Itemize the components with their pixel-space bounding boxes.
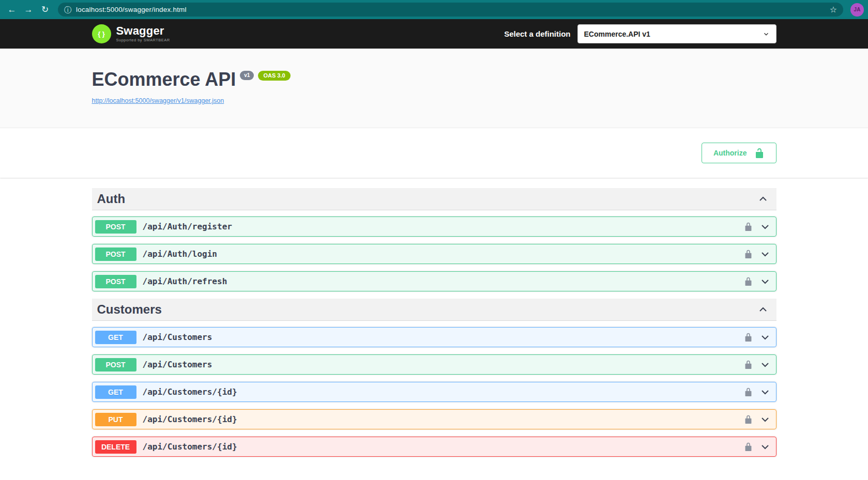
lock-icon <box>744 277 753 286</box>
api-section: Auth POST /api/Auth/register POST /api/A… <box>92 188 776 291</box>
auth-lock-button[interactable] <box>743 249 754 259</box>
auth-lock-button[interactable] <box>743 414 754 425</box>
chevron-up-icon <box>758 194 768 204</box>
method-badge: PUT <box>95 413 136 426</box>
endpoint-path: /api/Customers/{id} <box>143 442 237 452</box>
oas-badge: OAS 3.0 <box>258 71 290 81</box>
method-badge: DELETE <box>95 440 136 454</box>
endpoint-row[interactable]: POST /api/Auth/refresh <box>92 271 776 291</box>
method-badge: POST <box>95 358 136 371</box>
lock-icon <box>744 388 753 396</box>
brand-subtitle: Supported by SMARTBEAR <box>116 38 170 42</box>
swagger-logo-icon: { } <box>92 24 111 43</box>
operations: Auth POST /api/Auth/register POST /api/A… <box>92 178 776 480</box>
chevron-down-icon <box>760 360 770 370</box>
auth-lock-button[interactable] <box>743 359 754 370</box>
method-badge: GET <box>95 331 136 344</box>
lock-icon <box>744 250 753 258</box>
auth-lock-button[interactable] <box>743 441 754 452</box>
spec-url-link[interactable]: http://localhost:5000/swagger/v1/swagger… <box>92 97 224 104</box>
version-badge: v1 <box>240 71 254 80</box>
auth-lock-button[interactable] <box>743 276 754 287</box>
endpoint-list: POST /api/Auth/register POST /api/Auth/l… <box>92 216 776 291</box>
endpoint-list: GET /api/Customers POST /api/Customers G… <box>92 327 776 457</box>
swagger-logo[interactable]: { } Swagger Supported by SMARTBEAR <box>92 24 170 43</box>
section-title: Customers <box>97 302 162 317</box>
expand-endpoint-button[interactable] <box>759 275 771 288</box>
site-info-icon[interactable]: ⓘ <box>64 6 71 13</box>
chevron-down-icon <box>760 414 770 425</box>
endpoint-row[interactable]: GET /api/Customers/{id} <box>92 382 776 402</box>
profile-avatar[interactable]: JA <box>850 3 864 17</box>
endpoint-row[interactable]: GET /api/Customers <box>92 327 776 347</box>
unlock-icon <box>754 148 765 158</box>
expand-endpoint-button[interactable] <box>759 221 771 233</box>
endpoint-path: /api/Customers <box>143 360 212 369</box>
lock-icon <box>744 333 753 342</box>
authorize-button[interactable]: Authorize <box>702 143 776 163</box>
chevron-down-icon <box>760 442 770 452</box>
method-badge: POST <box>95 275 136 288</box>
bookmark-star-icon[interactable]: ☆ <box>830 5 837 14</box>
swagger-topbar: { } Swagger Supported by SMARTBEAR Selec… <box>0 19 868 49</box>
chevron-down-icon <box>760 332 770 343</box>
api-section: Customers GET /api/Customers POST /api/C… <box>92 299 776 457</box>
brand-name: Swagger <box>116 25 170 37</box>
forward-button[interactable]: → <box>21 2 36 18</box>
back-button[interactable]: ← <box>4 2 20 18</box>
endpoint-row[interactable]: POST /api/Customers <box>92 354 776 375</box>
endpoint-path: /api/Auth/refresh <box>143 276 227 286</box>
expand-endpoint-button[interactable] <box>759 413 771 426</box>
lock-icon <box>744 360 753 369</box>
endpoint-row[interactable]: POST /api/Auth/register <box>92 216 776 237</box>
endpoint-row[interactable]: PUT /api/Customers/{id} <box>92 409 776 429</box>
chevron-down-icon <box>760 222 770 232</box>
expand-endpoint-button[interactable] <box>759 248 771 260</box>
chevron-down-icon <box>760 249 770 259</box>
section-title: Auth <box>97 192 126 206</box>
api-title: ECommerce API <box>92 70 236 89</box>
expand-endpoint-button[interactable] <box>759 386 771 398</box>
refresh-icon: ↻ <box>41 4 49 15</box>
expand-endpoint-button[interactable] <box>759 359 771 371</box>
method-badge: POST <box>95 247 136 261</box>
section-header[interactable]: Auth <box>92 188 776 210</box>
scheme-container: Authorize <box>0 128 868 178</box>
collapse-section-button[interactable] <box>757 193 769 205</box>
endpoint-path: /api/Customers <box>143 332 212 342</box>
select-definition-label: Select a definition <box>504 29 570 38</box>
endpoint-path: /api/Customers/{id} <box>143 414 237 424</box>
method-badge: POST <box>95 220 136 234</box>
expand-endpoint-button[interactable] <box>759 331 771 344</box>
definition-select[interactable]: ECommerce.API v1 <box>577 24 776 43</box>
expand-endpoint-button[interactable] <box>759 441 771 453</box>
chevron-down-icon <box>760 387 770 397</box>
endpoint-path: /api/Customers/{id} <box>143 387 237 397</box>
chevron-down-icon <box>763 30 770 38</box>
method-badge: GET <box>95 385 136 399</box>
chevron-up-icon <box>758 304 768 315</box>
api-info-section: ECommerce API v1 OAS 3.0 http://localhos… <box>0 49 868 128</box>
auth-lock-button[interactable] <box>743 332 754 343</box>
back-icon: ← <box>8 5 17 15</box>
definition-picker: Select a definition ECommerce.API v1 <box>504 24 776 43</box>
definition-select-value: ECommerce.API v1 <box>584 30 650 38</box>
lock-icon <box>744 415 753 424</box>
endpoint-row[interactable]: DELETE /api/Customers/{id} <box>92 437 776 457</box>
endpoint-path: /api/Auth/login <box>143 249 218 259</box>
auth-lock-button[interactable] <box>743 386 754 397</box>
url-text: localhost:5000/swagger/index.html <box>76 6 187 13</box>
address-bar[interactable]: ⓘ localhost:5000/swagger/index.html ☆ <box>58 3 843 17</box>
lock-icon <box>744 442 753 451</box>
auth-lock-button[interactable] <box>743 221 754 232</box>
chevron-down-icon <box>760 276 770 287</box>
endpoint-row[interactable]: POST /api/Auth/login <box>92 244 776 264</box>
collapse-section-button[interactable] <box>757 303 769 316</box>
browser-chrome: ← → ↻ ⓘ localhost:5000/swagger/index.htm… <box>0 0 868 19</box>
section-header[interactable]: Customers <box>92 299 776 321</box>
refresh-button[interactable]: ↻ <box>37 2 53 18</box>
forward-icon: → <box>24 5 33 15</box>
endpoint-path: /api/Auth/register <box>143 222 232 231</box>
lock-icon <box>744 222 753 231</box>
authorize-label: Authorize <box>713 149 747 157</box>
